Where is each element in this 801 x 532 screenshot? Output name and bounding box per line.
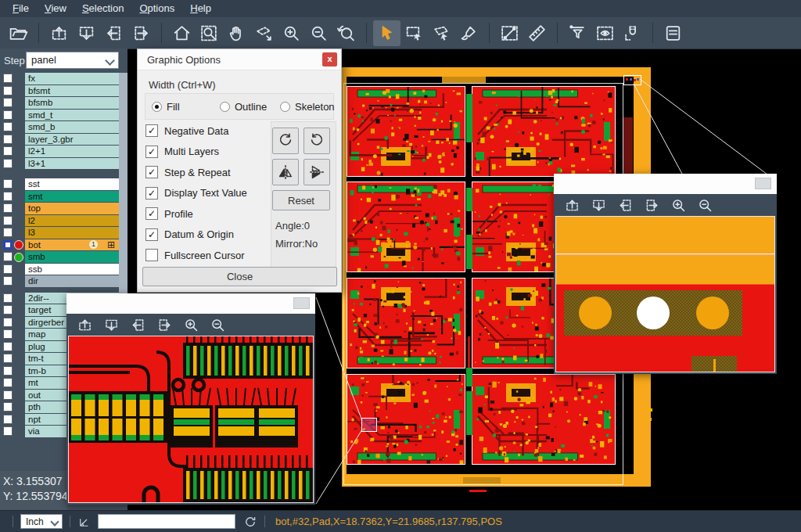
step-select[interactable]: panel — [26, 52, 119, 69]
zoom-window-title-bar[interactable] — [66, 293, 315, 314]
layer-row-smd-b[interactable]: smd_b — [0, 121, 128, 134]
layer-visibility-checkbox[interactable] — [3, 342, 13, 351]
checkbox-icon[interactable]: ✓ — [145, 146, 158, 158]
refresh-icon[interactable] — [243, 515, 257, 529]
layer-row-layer-3-gbr[interactable]: layer_3.gbr — [0, 134, 128, 146]
dialog-title-bar[interactable]: Graphic Options x — [138, 49, 341, 70]
layer-row-bfsmt[interactable]: bfsmt — [0, 85, 128, 98]
layer-visibility-checkbox[interactable] — [3, 146, 13, 156]
select-rect-button[interactable] — [400, 20, 428, 46]
layer-visibility-checkbox[interactable] — [3, 264, 13, 274]
layer-row-top[interactable]: top — [0, 203, 128, 215]
radio-skeleton[interactable]: Skeleton — [280, 101, 335, 113]
layer-row-bot[interactable]: bot1⊞ — [0, 239, 128, 252]
layer-visibility-checkbox[interactable] — [3, 98, 13, 107]
menu-help[interactable]: Help — [182, 0, 219, 17]
checkbox-step-repeat[interactable]: ✓Step & Repeat — [145, 166, 231, 178]
layer-visibility-checkbox[interactable] — [3, 203, 13, 213]
layer-row-smb[interactable]: smb — [0, 251, 128, 264]
layer-name[interactable]: l2 — [25, 215, 119, 227]
checkbox-icon[interactable]: ✓ — [145, 166, 158, 178]
radio-icon[interactable] — [280, 102, 290, 112]
panel-up-button[interactable] — [560, 195, 584, 215]
checkbox-datum-origin[interactable]: ✓Datum & Origin — [145, 228, 234, 241]
layer-row-ssb[interactable]: ssb — [0, 264, 128, 276]
report-button[interactable] — [659, 20, 687, 46]
layer-row-bfsmb[interactable]: bfsmb — [0, 97, 128, 110]
view-options-button[interactable] — [591, 20, 619, 46]
checkbox-icon[interactable]: ✓ — [145, 124, 158, 137]
zoom-window-title-bar[interactable] — [554, 174, 777, 194]
layer-row-sst[interactable]: sst — [0, 178, 128, 191]
window-button[interactable] — [755, 178, 771, 189]
layer-visibility-checkbox[interactable] — [3, 402, 13, 412]
radio-outline[interactable]: Outline — [220, 101, 267, 113]
brush-button[interactable] — [455, 20, 483, 46]
layer-name[interactable]: sst — [25, 178, 119, 190]
layer-row-smd-t[interactable]: smd_t — [0, 110, 128, 122]
layer-visibility-checkbox[interactable] — [3, 252, 13, 261]
layer-visibility-checkbox[interactable] — [3, 305, 13, 315]
panel-left-button[interactable] — [613, 195, 637, 215]
zoom-out-button[interactable] — [305, 20, 332, 46]
panel-left-button[interactable] — [100, 20, 128, 46]
panel-up-button[interactable] — [73, 315, 96, 335]
checkbox-icon[interactable]: ✓ — [145, 228, 158, 241]
layer-row-dir[interactable]: dir — [0, 275, 128, 288]
layer-visibility-checkbox[interactable] — [3, 179, 13, 189]
layer-name[interactable]: l2+1 — [25, 146, 119, 157]
layer-name[interactable]: fx — [25, 73, 119, 84]
layer-visibility-checkbox[interactable] — [3, 415, 13, 424]
layer-visibility-checkbox[interactable] — [3, 240, 13, 250]
filter-button[interactable] — [564, 20, 591, 46]
checkbox-profile[interactable]: ✓Profile — [145, 207, 193, 220]
layer-visibility-checkbox[interactable] — [3, 318, 13, 327]
zoom-region-button[interactable] — [196, 20, 223, 46]
layer-visibility-checkbox[interactable] — [3, 228, 13, 237]
layer-name[interactable]: smt — [25, 191, 119, 203]
checkbox-display-text-value[interactable]: ✓Display Text Value — [145, 187, 247, 200]
layer-name[interactable]: top — [25, 203, 119, 214]
home-button[interactable] — [168, 20, 196, 46]
zoom-back-button[interactable] — [332, 20, 360, 46]
layer-name[interactable]: smb — [25, 251, 119, 263]
layer-row-l2-1[interactable]: l2+1 — [0, 146, 128, 158]
layer-visibility-checkbox[interactable] — [3, 354, 13, 363]
snap-button[interactable] — [619, 20, 646, 46]
radio-icon[interactable] — [152, 102, 162, 112]
layer-visibility-checkbox[interactable] — [3, 426, 13, 436]
radio-fill[interactable]: Fill — [152, 101, 180, 113]
layer-visibility-checkbox[interactable] — [3, 110, 13, 120]
panel-right-button[interactable] — [128, 20, 155, 46]
checkbox-fullscreen-cursor[interactable]: Fullscreen Cursor — [145, 249, 245, 261]
flip-h-button[interactable] — [272, 159, 299, 185]
panel-left-button[interactable] — [126, 315, 149, 335]
checkbox-icon[interactable]: ✓ — [145, 187, 158, 200]
checkbox-icon[interactable] — [145, 249, 158, 261]
layer-visibility-checkbox[interactable] — [3, 276, 13, 286]
panel-down-button[interactable] — [99, 315, 123, 335]
ruler-button[interactable] — [523, 20, 551, 46]
layer-name[interactable]: smd_t — [25, 110, 119, 121]
layer-name[interactable]: smd_b — [25, 121, 119, 133]
open-folder-button[interactable] — [5, 20, 32, 46]
checkbox-multi-layers[interactable]: ✓Multi Layers — [145, 146, 219, 158]
zoom-in-button[interactable] — [278, 20, 305, 46]
close-button[interactable]: Close — [142, 267, 337, 286]
angle-mode-icon[interactable] — [77, 515, 92, 529]
panel-down-button[interactable] — [73, 20, 100, 46]
layer-visibility-checkbox[interactable] — [3, 159, 13, 168]
zoom-window-view[interactable] — [555, 216, 775, 372]
menu-view[interactable]: View — [37, 0, 74, 17]
rotate-ccw-button[interactable] — [304, 128, 330, 154]
menu-options[interactable]: Options — [131, 0, 182, 17]
panel-right-button[interactable] — [153, 315, 176, 335]
window-button[interactable] — [293, 297, 310, 309]
unit-select[interactable]: Inch — [20, 514, 63, 529]
layer-name[interactable]: dir — [25, 275, 119, 287]
layer-visibility-checkbox[interactable] — [3, 122, 13, 131]
layer-name[interactable]: bot1⊞ — [25, 239, 119, 251]
layer-name[interactable]: bfsmb — [25, 97, 119, 109]
layer-row-l2[interactable]: l2 — [0, 215, 128, 228]
rotate-cw-button[interactable] — [272, 128, 299, 154]
